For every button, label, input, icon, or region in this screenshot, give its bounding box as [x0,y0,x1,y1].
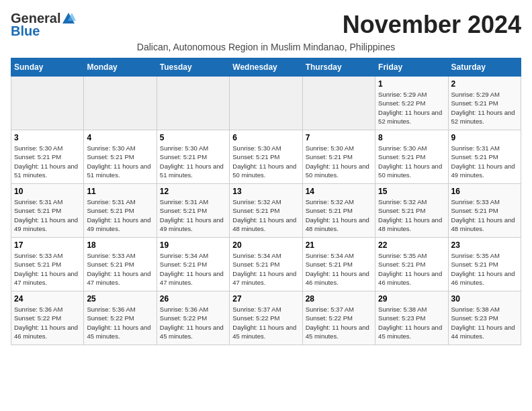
weekday-header-wednesday: Wednesday [230,58,302,77]
day-number: 30 [451,294,518,304]
calendar-cell: 30Sunrise: 5:38 AM Sunset: 5:23 PM Dayli… [448,291,521,345]
calendar-cell [302,77,375,130]
weekday-header-tuesday: Tuesday [157,58,229,77]
day-info: Sunrise: 5:31 AM Sunset: 5:21 PM Dayligh… [87,197,153,233]
weekday-header-sunday: Sunday [11,58,84,77]
calendar-cell: 10Sunrise: 5:31 AM Sunset: 5:21 PM Dayli… [11,184,84,238]
day-number: 19 [160,240,226,250]
calendar-cell: 13Sunrise: 5:32 AM Sunset: 5:21 PM Dayli… [230,184,302,238]
day-number: 14 [306,187,372,196]
day-info: Sunrise: 5:37 AM Sunset: 5:22 PM Dayligh… [306,305,372,340]
calendar-cell: 25Sunrise: 5:36 AM Sunset: 5:22 PM Dayli… [84,291,157,345]
day-info: Sunrise: 5:34 AM Sunset: 5:21 PM Dayligh… [232,251,299,287]
day-info: Sunrise: 5:35 AM Sunset: 5:21 PM Dayligh… [451,251,518,287]
day-number: 8 [378,133,445,142]
calendar-table: SundayMondayTuesdayWednesdayThursdayFrid… [11,58,521,345]
day-number: 5 [160,133,226,142]
day-number: 4 [87,133,153,142]
day-number: 22 [378,240,445,250]
weekday-header-friday: Friday [375,58,448,77]
calendar-cell: 14Sunrise: 5:32 AM Sunset: 5:21 PM Dayli… [302,184,375,238]
day-number: 7 [306,133,372,142]
calendar-cell: 16Sunrise: 5:33 AM Sunset: 5:21 PM Dayli… [448,184,521,238]
day-number: 16 [451,187,518,196]
calendar-cell: 2Sunrise: 5:29 AM Sunset: 5:21 PM Daylig… [448,77,521,130]
calendar-cell: 4Sunrise: 5:30 AM Sunset: 5:21 PM Daylig… [84,130,157,184]
calendar-cell: 26Sunrise: 5:36 AM Sunset: 5:22 PM Dayli… [157,291,229,345]
day-info: Sunrise: 5:31 AM Sunset: 5:21 PM Dayligh… [160,197,226,233]
calendar-cell: 12Sunrise: 5:31 AM Sunset: 5:21 PM Dayli… [157,184,229,238]
calendar-cell: 7Sunrise: 5:30 AM Sunset: 5:21 PM Daylig… [302,130,375,184]
title-block: November 2024 [343,11,521,39]
logo-blue: Blue [11,24,40,39]
day-number: 25 [87,294,153,304]
day-info: Sunrise: 5:33 AM Sunset: 5:21 PM Dayligh… [451,197,518,233]
calendar-cell: 22Sunrise: 5:35 AM Sunset: 5:21 PM Dayli… [375,238,448,291]
calendar-cell: 21Sunrise: 5:34 AM Sunset: 5:21 PM Dayli… [302,238,375,291]
weekday-header-thursday: Thursday [302,58,375,77]
day-info: Sunrise: 5:30 AM Sunset: 5:21 PM Dayligh… [87,144,153,179]
day-number: 11 [87,187,153,196]
calendar-cell [11,77,84,130]
calendar-cell: 15Sunrise: 5:32 AM Sunset: 5:21 PM Dayli… [375,184,448,238]
weekday-header-monday: Monday [84,58,157,77]
day-number: 18 [87,240,153,250]
day-info: Sunrise: 5:38 AM Sunset: 5:23 PM Dayligh… [451,305,518,340]
day-info: Sunrise: 5:30 AM Sunset: 5:21 PM Dayligh… [306,144,372,179]
day-info: Sunrise: 5:31 AM Sunset: 5:21 PM Dayligh… [14,197,81,233]
calendar-cell: 24Sunrise: 5:36 AM Sunset: 5:22 PM Dayli… [11,291,84,345]
calendar-cell: 23Sunrise: 5:35 AM Sunset: 5:21 PM Dayli… [448,238,521,291]
day-info: Sunrise: 5:30 AM Sunset: 5:21 PM Dayligh… [378,144,445,179]
calendar-cell: 8Sunrise: 5:30 AM Sunset: 5:21 PM Daylig… [375,130,448,184]
day-number: 29 [378,294,445,304]
weekday-header-saturday: Saturday [448,58,521,77]
page-header: General Blue November 2024 [11,11,521,39]
calendar-cell: 20Sunrise: 5:34 AM Sunset: 5:21 PM Dayli… [230,238,302,291]
calendar-cell: 18Sunrise: 5:33 AM Sunset: 5:21 PM Dayli… [84,238,157,291]
calendar-cell [230,77,302,130]
logo-icon [61,11,76,26]
day-info: Sunrise: 5:29 AM Sunset: 5:21 PM Dayligh… [451,90,518,126]
calendar-cell: 11Sunrise: 5:31 AM Sunset: 5:21 PM Dayli… [84,184,157,238]
day-info: Sunrise: 5:36 AM Sunset: 5:22 PM Dayligh… [160,305,226,340]
calendar-cell: 3Sunrise: 5:30 AM Sunset: 5:21 PM Daylig… [11,130,84,184]
day-info: Sunrise: 5:32 AM Sunset: 5:21 PM Dayligh… [232,197,299,233]
day-info: Sunrise: 5:33 AM Sunset: 5:21 PM Dayligh… [87,251,153,287]
day-info: Sunrise: 5:36 AM Sunset: 5:22 PM Dayligh… [87,305,153,340]
calendar-cell: 27Sunrise: 5:37 AM Sunset: 5:22 PM Dayli… [230,291,302,345]
day-info: Sunrise: 5:38 AM Sunset: 5:23 PM Dayligh… [378,305,445,340]
day-info: Sunrise: 5:29 AM Sunset: 5:22 PM Dayligh… [378,90,445,126]
day-number: 24 [14,294,81,304]
day-info: Sunrise: 5:34 AM Sunset: 5:21 PM Dayligh… [160,251,226,287]
day-info: Sunrise: 5:31 AM Sunset: 5:21 PM Dayligh… [451,144,518,179]
calendar-cell: 5Sunrise: 5:30 AM Sunset: 5:21 PM Daylig… [157,130,229,184]
day-number: 20 [232,240,299,250]
day-number: 3 [14,133,81,142]
logo: General Blue [11,11,76,39]
day-info: Sunrise: 5:34 AM Sunset: 5:21 PM Dayligh… [306,251,372,287]
day-info: Sunrise: 5:32 AM Sunset: 5:21 PM Dayligh… [378,197,445,233]
day-number: 2 [451,79,518,89]
calendar-cell [84,77,157,130]
day-number: 15 [378,187,445,196]
day-number: 26 [160,294,226,304]
day-info: Sunrise: 5:33 AM Sunset: 5:21 PM Dayligh… [14,251,81,287]
day-info: Sunrise: 5:30 AM Sunset: 5:21 PM Dayligh… [160,144,226,179]
day-number: 1 [378,79,445,89]
calendar-cell: 29Sunrise: 5:38 AM Sunset: 5:23 PM Dayli… [375,291,448,345]
day-number: 28 [306,294,372,304]
day-number: 6 [232,133,299,142]
day-info: Sunrise: 5:32 AM Sunset: 5:21 PM Dayligh… [306,197,372,233]
day-info: Sunrise: 5:36 AM Sunset: 5:22 PM Dayligh… [14,305,81,340]
calendar-cell: 6Sunrise: 5:30 AM Sunset: 5:21 PM Daylig… [230,130,302,184]
day-info: Sunrise: 5:37 AM Sunset: 5:22 PM Dayligh… [232,305,299,340]
month-title: November 2024 [343,11,521,39]
day-number: 12 [160,187,226,196]
calendar-cell [157,77,229,130]
day-info: Sunrise: 5:30 AM Sunset: 5:21 PM Dayligh… [232,144,299,179]
day-number: 21 [306,240,372,250]
calendar-cell: 28Sunrise: 5:37 AM Sunset: 5:22 PM Dayli… [302,291,375,345]
calendar-cell: 1Sunrise: 5:29 AM Sunset: 5:22 PM Daylig… [375,77,448,130]
day-number: 9 [451,133,518,142]
day-number: 10 [14,187,81,196]
